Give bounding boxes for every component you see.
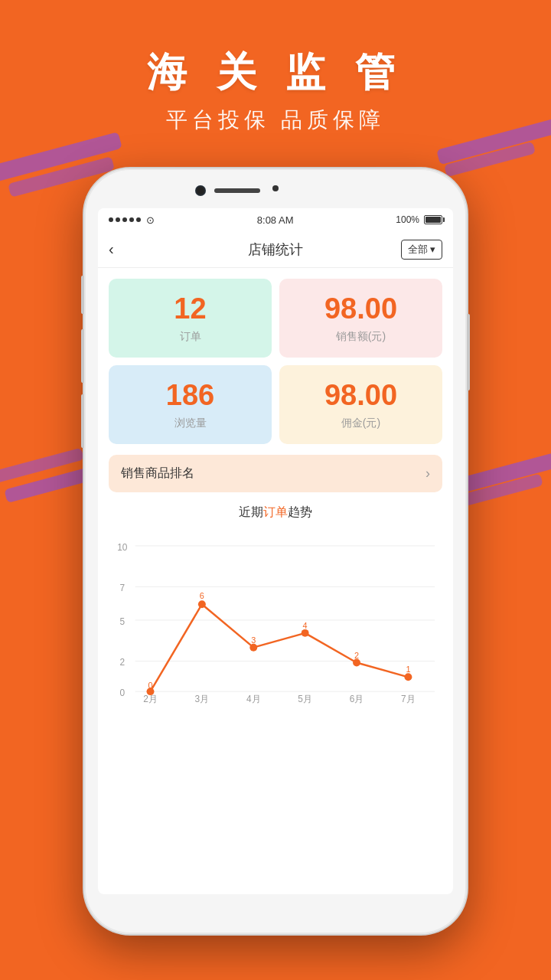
phone-button-power — [467, 314, 470, 390]
stat-card-commission[interactable]: 98.00 佣金(元) — [279, 365, 442, 444]
header-section: 海 关 监 管 平台投保 品质保障 — [0, 46, 551, 135]
filter-label: 全部 — [408, 243, 428, 256]
chart-point-jun — [353, 659, 360, 667]
svg-text:0: 0 — [148, 681, 152, 690]
svg-text:3月: 3月 — [195, 694, 210, 704]
status-battery: 100% — [396, 214, 442, 225]
wifi-icon: ⊙ — [146, 214, 155, 226]
phone-button-vol-up — [81, 329, 84, 383]
battery-percent: 100% — [396, 214, 419, 225]
chart-title-prefix: 近期 — [239, 505, 263, 518]
battery-icon — [424, 215, 442, 224]
status-time: 8:08 AM — [257, 214, 294, 226]
sales-value: 98.00 — [324, 292, 397, 325]
svg-text:2: 2 — [120, 657, 126, 668]
nav-bar: ‹ 店铺统计 全部 ▾ — [98, 231, 453, 268]
chart-point-jul — [404, 673, 412, 681]
sales-ranking-row[interactable]: 销售商品排名 › — [109, 455, 442, 492]
filter-chevron-icon: ▾ — [430, 243, 435, 255]
page-title: 店铺统计 — [248, 240, 303, 259]
phone-shell: ⊙ 8:08 AM 100% ‹ 店铺统计 全部 ▾ — [84, 168, 467, 934]
chart-title-suffix: 趋势 — [288, 505, 312, 518]
svg-text:1: 1 — [406, 665, 410, 674]
phone-front-camera — [195, 185, 206, 196]
stats-grid: 12 订单 98.00 销售额(元) 186 浏览量 98.00 佣金(元) — [98, 268, 453, 450]
orders-value: 12 — [174, 292, 206, 325]
svg-text:2月: 2月 — [143, 694, 158, 704]
sales-ranking-label: 销售商品排名 — [121, 466, 194, 482]
views-value: 186 — [166, 379, 214, 412]
svg-text:3: 3 — [251, 635, 256, 645]
chart-title: 近期订单趋势 — [109, 505, 442, 521]
back-button[interactable]: ‹ — [109, 240, 114, 258]
chart-point-may — [302, 629, 309, 637]
phone-camera — [272, 185, 279, 191]
commission-label: 佣金(元) — [341, 416, 380, 430]
phone-mockup: ⊙ 8:08 AM 100% ‹ 店铺统计 全部 ▾ — [84, 168, 467, 949]
phone-button-mute — [81, 276, 84, 314]
status-signal: ⊙ — [109, 214, 155, 226]
svg-text:7月: 7月 — [401, 694, 416, 704]
svg-text:2: 2 — [354, 651, 359, 660]
filter-button[interactable]: 全部 ▾ — [401, 240, 442, 260]
phone-button-vol-down — [81, 394, 84, 448]
svg-text:6月: 6月 — [350, 694, 364, 704]
phone-speaker — [214, 188, 260, 193]
svg-text:5: 5 — [120, 616, 126, 627]
sales-ranking-chevron-icon: › — [425, 466, 430, 482]
chart-point-apr — [249, 644, 257, 652]
phone-screen: ⊙ 8:08 AM 100% ‹ 店铺统计 全部 ▾ — [98, 208, 453, 894]
header-subtitle: 平台投保 品质保障 — [0, 106, 551, 135]
line-chart: 10 7 5 2 0 2月 3月 — [109, 528, 442, 712]
orders-label: 订单 — [180, 330, 201, 344]
sales-label: 销售额(元) — [336, 330, 386, 344]
chart-point-mar — [198, 600, 206, 608]
views-label: 浏览量 — [174, 416, 207, 430]
svg-text:5月: 5月 — [298, 694, 312, 704]
stat-card-views[interactable]: 186 浏览量 — [109, 365, 272, 444]
chart-section: 近期订单趋势 10 7 5 2 0 — [98, 497, 453, 712]
chart-container: 10 7 5 2 0 2月 3月 — [109, 528, 442, 712]
chart-title-highlight: 订单 — [263, 505, 288, 518]
svg-text:6: 6 — [200, 591, 204, 600]
stat-card-orders[interactable]: 12 订单 — [109, 279, 272, 358]
svg-text:7: 7 — [120, 583, 126, 593]
stat-card-sales[interactable]: 98.00 销售额(元) — [279, 279, 442, 358]
svg-text:4月: 4月 — [246, 694, 261, 704]
svg-text:0: 0 — [120, 688, 126, 698]
svg-text:4: 4 — [303, 621, 308, 630]
svg-text:10: 10 — [117, 542, 128, 553]
header-title: 海 关 监 管 — [0, 46, 551, 100]
status-bar: ⊙ 8:08 AM 100% — [98, 208, 453, 231]
commission-value: 98.00 — [324, 379, 397, 412]
